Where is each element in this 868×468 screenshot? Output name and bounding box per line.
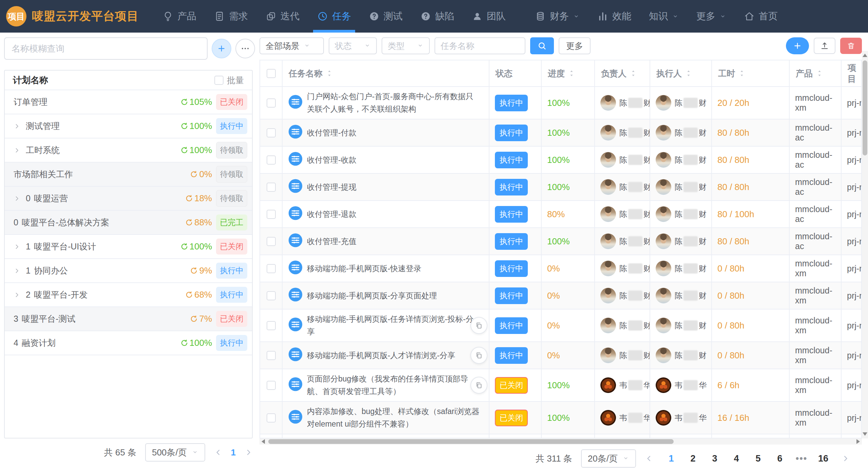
nav-item-团队[interactable]: 团队 bbox=[463, 0, 515, 33]
page-ellipsis[interactable]: ••• bbox=[792, 453, 811, 464]
nav-item-缺陷[interactable]: 缺陷 bbox=[411, 0, 463, 33]
column-header-产品[interactable]: 产品 bbox=[790, 60, 842, 86]
plan-next-page-button[interactable] bbox=[245, 448, 253, 456]
row-checkbox[interactable] bbox=[267, 128, 276, 137]
horizontal-scroll-thumb[interactable] bbox=[268, 439, 674, 444]
task-row[interactable]: 移动端功能-手机网页版-人才详情浏览-分享执行中0%陈财陈财0 / 80hmmc… bbox=[260, 342, 861, 369]
task-row[interactable]: 页面部分bug修改（我发布的任务详情页顶部导航、首页研发管理工具等）已关闭100… bbox=[260, 369, 861, 402]
plan-page-size-select[interactable]: 500条/页 bbox=[145, 443, 205, 462]
plan-page-number[interactable]: 1 bbox=[231, 447, 236, 458]
expand-icon[interactable] bbox=[14, 195, 20, 202]
plan-row[interactable]: 2唛盟平台-开发68%执行中 bbox=[5, 283, 252, 307]
expand-icon[interactable] bbox=[14, 243, 20, 250]
plan-row[interactable]: 0唛盟运营18%待领取 bbox=[5, 187, 252, 211]
task-row[interactable]: 收付管理-提现执行中100%陈财陈财80 / 80hmmcloud-acprj-… bbox=[260, 174, 861, 201]
row-checkbox[interactable] bbox=[267, 291, 276, 300]
row-checkbox[interactable] bbox=[267, 321, 276, 330]
nav-item-产品[interactable]: 产品 bbox=[154, 0, 205, 33]
task-row[interactable]: 收付管理-付款执行中100%陈财陈财80 / 80hmmcloud-acprj-… bbox=[260, 119, 861, 147]
scroll-down-arrow[interactable] bbox=[863, 432, 867, 436]
column-header-进度[interactable]: 进度 bbox=[542, 60, 595, 86]
row-checkbox[interactable] bbox=[267, 210, 276, 219]
nav-item-迭代[interactable]: 迭代 bbox=[257, 0, 308, 33]
column-header-工时[interactable]: 工时 bbox=[712, 60, 790, 86]
page-2[interactable]: 2 bbox=[683, 453, 702, 464]
plan-row[interactable]: 0唛盟平台-总体解决方案88%已完工 bbox=[5, 211, 252, 235]
nav-item-首页[interactable]: 首页 bbox=[735, 0, 787, 33]
nav-item-知识[interactable]: 知识 bbox=[640, 0, 688, 33]
page-1[interactable]: 1 bbox=[662, 453, 681, 464]
plan-row[interactable]: 工时系统100%待领取 bbox=[5, 138, 252, 163]
select-all-checkbox[interactable] bbox=[267, 69, 276, 78]
delete-button[interactable] bbox=[840, 38, 862, 54]
page-5[interactable]: 5 bbox=[749, 453, 768, 464]
vertical-scroll-thumb[interactable] bbox=[863, 60, 867, 155]
nav-item-更多[interactable]: 更多 bbox=[688, 0, 735, 33]
task-row[interactable]: 移动端功能-手机网页版-分享页面处理执行中0%陈财陈财0 / 80hmmclou… bbox=[260, 282, 861, 310]
row-checkbox[interactable] bbox=[267, 351, 276, 360]
app-logo[interactable]: 项目 bbox=[6, 6, 26, 26]
task-page-size-select[interactable]: 20条/页 bbox=[581, 449, 636, 468]
page-3[interactable]: 3 bbox=[705, 453, 724, 464]
column-header-负责人[interactable]: 负责人 bbox=[595, 60, 650, 86]
nav-item-财务[interactable]: 财务 bbox=[526, 0, 589, 33]
task-row[interactable]: 门户网站-众包门户-首页-服务商中心-所有数据只关联个人账号，不关联组织架构执行… bbox=[260, 87, 861, 119]
row-checkbox[interactable] bbox=[267, 98, 276, 108]
column-header-项目[interactable]: 项目 bbox=[842, 60, 861, 86]
plan-row[interactable]: 测试管理100%执行中 bbox=[5, 114, 252, 138]
plan-row[interactable]: 市场部相关工作0%待领取 bbox=[5, 163, 252, 187]
page-16[interactable]: 16 bbox=[814, 453, 833, 464]
copy-button[interactable] bbox=[470, 317, 487, 334]
expand-icon[interactable] bbox=[14, 292, 20, 298]
page-6[interactable]: 6 bbox=[770, 453, 789, 464]
nav-item-测试[interactable]: 测试 bbox=[360, 0, 411, 33]
nav-item-任务[interactable]: 任务 bbox=[308, 0, 360, 33]
copy-button[interactable] bbox=[470, 347, 487, 364]
type-select[interactable]: 类型 bbox=[382, 37, 430, 54]
batch-checkbox[interactable] bbox=[214, 76, 224, 85]
upload-button[interactable] bbox=[814, 38, 835, 54]
row-checkbox[interactable] bbox=[267, 237, 276, 246]
plan-more-actions-button[interactable] bbox=[235, 39, 255, 58]
expand-icon[interactable] bbox=[14, 267, 20, 274]
task-row[interactable]: 门户网站-众包门户-首页-服务商中心-我的任务已关闭100%陈裕财韦华32 / … bbox=[260, 434, 861, 438]
plan-row[interactable]: 订单管理105%已关闭 bbox=[5, 90, 252, 114]
copy-button[interactable] bbox=[470, 377, 487, 394]
nav-item-需求[interactable]: 需求 bbox=[205, 0, 257, 33]
scroll-up-arrow[interactable] bbox=[863, 54, 867, 57]
plan-row[interactable]: 4融资计划100%执行中 bbox=[5, 331, 252, 355]
status-select[interactable]: 状态 bbox=[329, 37, 377, 54]
task-prev-page-button[interactable] bbox=[645, 454, 653, 463]
more-filters-button[interactable]: 更多 bbox=[559, 37, 591, 54]
expand-icon[interactable] bbox=[14, 123, 20, 130]
plan-row[interactable]: 3唛盟平台-测试7%已关闭 bbox=[5, 307, 252, 331]
scroll-right-arrow[interactable] bbox=[856, 439, 860, 444]
row-checkbox[interactable] bbox=[267, 155, 276, 165]
column-header-任务名称[interactable]: 任务名称 bbox=[283, 60, 489, 86]
column-header-状态[interactable]: 状态 bbox=[489, 60, 542, 86]
plan-prev-page-button[interactable] bbox=[214, 448, 222, 456]
task-row[interactable]: 移动端功能-手机网页版-快速登录执行中0%陈财陈财0 / 80hmmcloud-… bbox=[260, 255, 861, 282]
add-plan-button[interactable] bbox=[212, 39, 231, 58]
row-checkbox[interactable] bbox=[267, 413, 276, 423]
plan-row[interactable]: 1唛盟平台-UI设计100%已关闭 bbox=[5, 235, 252, 259]
page-4[interactable]: 4 bbox=[727, 453, 746, 464]
task-row[interactable]: 内容添加修改、bug处理、样式修改（safari浏览器对element ui部分… bbox=[260, 402, 861, 434]
task-next-page-button[interactable] bbox=[842, 454, 850, 463]
task-name-input[interactable] bbox=[435, 37, 525, 54]
expand-icon[interactable] bbox=[14, 147, 20, 154]
add-task-button[interactable] bbox=[786, 37, 809, 54]
plan-search-input[interactable] bbox=[4, 37, 208, 60]
scene-select[interactable]: 全部场景 bbox=[259, 37, 324, 54]
scroll-left-arrow[interactable] bbox=[262, 439, 265, 444]
row-checkbox[interactable] bbox=[267, 381, 276, 390]
search-button[interactable] bbox=[530, 37, 554, 54]
task-row[interactable]: 收付管理-收款执行中100%陈财陈财80 / 80hmmcloud-acprj-… bbox=[260, 147, 861, 174]
nav-item-效能[interactable]: 效能 bbox=[589, 0, 640, 33]
row-checkbox[interactable] bbox=[267, 183, 276, 192]
task-row[interactable]: 收付管理-充值执行中100%陈财陈财80 / 80hmmcloud-acprj-… bbox=[260, 228, 861, 255]
task-row[interactable]: 移动端功能-手机网页版-任务详情页浏览-投标-分享执行中0%陈财陈财0 / 80… bbox=[260, 310, 861, 342]
task-row[interactable]: 收付管理-退款执行中80%陈财陈财80 / 100hmmcloud-acprj-… bbox=[260, 201, 861, 228]
plan-row[interactable]: 1协同办公9%执行中 bbox=[5, 259, 252, 283]
column-header-执行人[interactable]: 执行人 bbox=[650, 60, 712, 86]
